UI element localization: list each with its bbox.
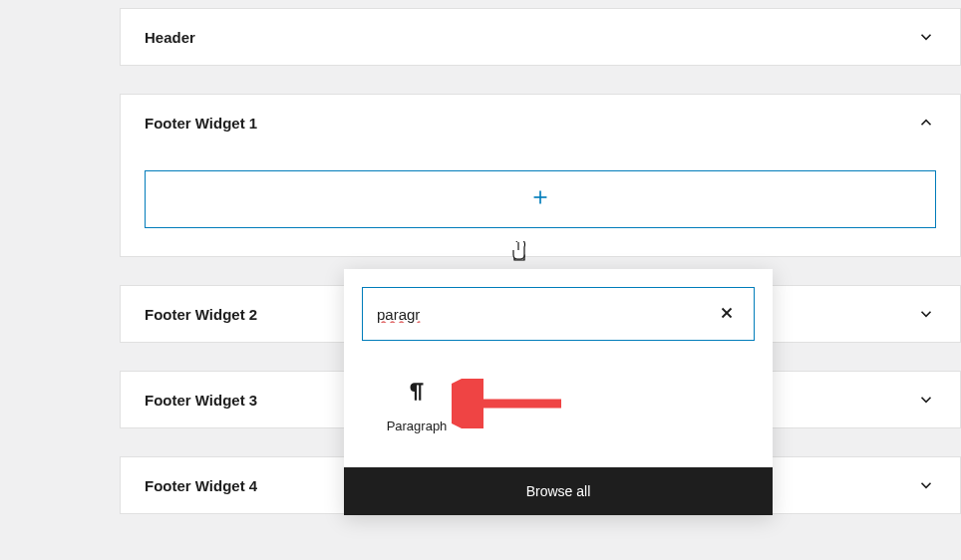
panel-title: Footer Widget 4: [145, 477, 257, 494]
add-block-button[interactable]: [145, 170, 936, 228]
pilcrow-icon: [404, 379, 430, 409]
search-input[interactable]: [377, 306, 714, 323]
block-item-paragraph[interactable]: Paragraph: [362, 369, 472, 443]
panel-footer-widget-1: Footer Widget 1: [120, 94, 961, 257]
search-box: [362, 287, 755, 341]
chevron-down-icon: [916, 27, 936, 47]
browse-all-label: Browse all: [526, 483, 591, 499]
browse-all-button[interactable]: Browse all: [344, 467, 773, 515]
panel-title: Header: [145, 29, 195, 46]
clear-search-button[interactable]: [714, 300, 740, 329]
chevron-down-icon: [916, 390, 936, 410]
plus-icon: [529, 186, 551, 213]
panel-body-fw1: [121, 150, 960, 256]
chevron-down-icon: [916, 304, 936, 324]
search-wrap: [344, 269, 773, 359]
chevron-up-icon: [916, 113, 936, 133]
panel-title: Footer Widget 2: [145, 306, 257, 323]
panel-header: Header: [120, 8, 961, 66]
panel-title: Footer Widget 1: [145, 115, 257, 132]
block-label: Paragraph: [387, 419, 448, 433]
panel-toggle-header[interactable]: Header: [121, 9, 960, 65]
chevron-down-icon: [916, 475, 936, 495]
block-inserter-popover: Paragraph Browse all: [344, 269, 773, 515]
panel-toggle-fw1[interactable]: Footer Widget 1: [121, 95, 960, 150]
panel-title: Footer Widget 3: [145, 392, 257, 409]
close-icon: [718, 304, 736, 325]
search-results: Paragraph: [344, 359, 773, 467]
